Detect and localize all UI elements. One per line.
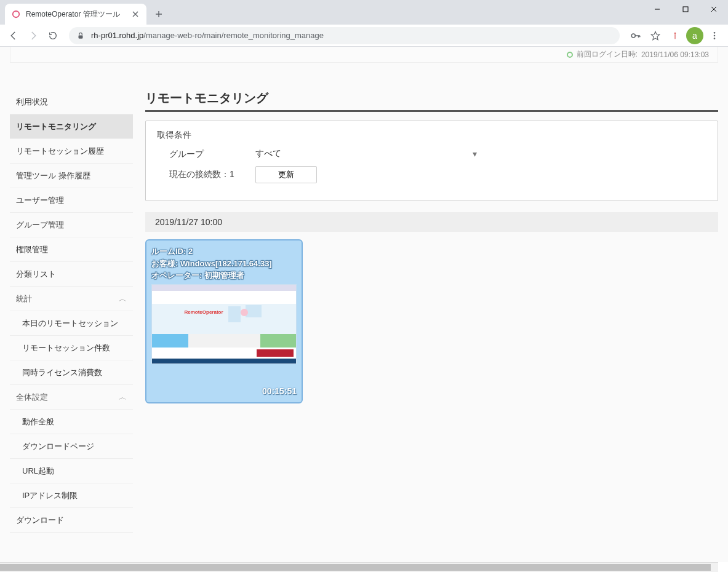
sidebar-item-remote-monitoring[interactable]: リモートモニタリング [10,114,133,139]
caret-down-icon: ▾ [473,149,477,159]
sidebar-item-permission-mgmt[interactable]: 権限管理 [10,237,133,262]
session-thumbnail: RemoteOperator [151,284,297,364]
svg-rect-9 [228,306,241,322]
status-dot-icon [567,52,573,58]
last-login-strip: 前回ログイン日時: 2019/11/06 09:13:03 [10,47,718,63]
sidebar-item-download[interactable]: ダウンロード [10,508,133,533]
group-select[interactable]: すべて ▾ [255,148,477,160]
tab-title: RemoteOperator 管理ツール [26,9,126,20]
session-card[interactable]: ルームID: 2 お客様: Windows[182.171.64.33] オペレ… [145,239,303,403]
session-elapsed: 00:15:51 [151,386,297,396]
session-meta: ルームID: 2 お客様: Windows[182.171.64.33] オペレ… [151,245,297,282]
new-tab-button[interactable] [150,6,167,23]
sidebar-item-admin-log[interactable]: 管理ツール 操作履歴 [10,164,133,188]
browser-tab-strip: RemoteOperator 管理ツール [0,0,728,25]
star-icon[interactable] [647,27,664,44]
page-title: リモートモニタリング [145,90,718,112]
svg-rect-10 [246,305,262,317]
sidebar-item-category-list[interactable]: 分類リスト [10,262,133,287]
room-id: 2 [188,247,193,256]
browser-toolbar: rh-pr01.rohd.jp/manage-web-ro/main/remot… [0,25,728,47]
menu-button[interactable] [706,27,723,44]
extension-icon[interactable] [666,27,684,44]
connections-value: 1 [230,169,234,179]
svg-point-3 [631,34,635,38]
operator-value: 初期管理者 [204,271,244,280]
reload-button[interactable] [44,27,62,44]
sidebar-item-usage[interactable]: 利用状況 [10,90,133,114]
svg-rect-5 [674,34,675,39]
close-window-button[interactable] [700,0,728,18]
customer-value: Windows[182.171.64.33] [180,259,272,268]
minimize-button[interactable] [643,0,671,18]
back-button[interactable] [5,27,22,44]
svg-point-6 [714,32,716,34]
sidebar-item-group-mgmt[interactable]: グループ管理 [10,213,133,237]
browser-tab[interactable]: RemoteOperator 管理ツール [5,4,146,25]
chevron-up-icon: ︿ [119,392,127,403]
sidebar-item-user-mgmt[interactable]: ユーザー管理 [10,188,133,213]
sidebar-section-stats[interactable]: 統計 ︿ [10,287,133,311]
sidebar-item-general[interactable]: 動作全般 [10,410,133,434]
sidebar-item-session-count[interactable]: リモートセッション件数 [10,336,133,360]
sidebar-section-settings[interactable]: 全体設定 ︿ [10,385,133,410]
svg-point-11 [241,309,248,316]
horizontal-scrollbar[interactable] [0,562,718,572]
sidebar-item-today-sessions[interactable]: 本日のリモートセッション [10,311,133,336]
update-button[interactable]: 更新 [255,166,317,183]
lock-icon [76,31,85,40]
svg-rect-2 [79,35,83,38]
url-text: rh-pr01.rohd.jp/manage-web-ro/main/remot… [91,31,324,40]
sidebar-item-session-history[interactable]: リモートセッション履歴 [10,139,133,164]
svg-point-7 [714,34,716,36]
sidebar-item-ip-restrict[interactable]: IPアドレス制限 [10,483,133,508]
tab-close-button[interactable] [130,9,140,19]
address-bar[interactable]: rh-pr01.rohd.jp/manage-web-ro/main/remot… [69,27,620,44]
last-login-value: 2019/11/06 09:13:03 [641,50,709,59]
filter-panel: 取得条件 グループ すべて ▾ 現在の接続数：1 更新 [145,121,718,201]
profile-avatar[interactable]: a [686,27,703,44]
group-label: グループ [157,149,255,160]
sidebar-item-license-usage[interactable]: 同時ライセンス消費数 [10,360,133,385]
snapshot-timestamp: 2019/11/27 10:00 [145,212,718,232]
favicon-icon [11,9,21,19]
maximize-button[interactable] [671,0,700,18]
main-content: リモートモニタリング 取得条件 グループ すべて ▾ 現在の接続数：1 [145,90,718,403]
chevron-up-icon: ︿ [119,293,127,304]
sidebar-item-url-launch[interactable]: URL起動 [10,459,133,483]
sidebar: 利用状況 リモートモニタリング リモートセッション履歴 管理ツール 操作履歴 ユ… [10,90,133,533]
connections-label: 現在の接続数：1 [157,169,255,180]
sidebar-item-download-page[interactable]: ダウンロードページ [10,434,133,459]
window-controls [643,0,728,18]
group-selected-value: すべて [255,148,281,159]
page-viewport[interactable]: 前回ログイン日時: 2019/11/06 09:13:03 利用状況 リモートモ… [0,47,728,562]
last-login-label: 前回ログイン日時: [577,49,638,60]
forward-button[interactable] [25,27,42,44]
key-icon[interactable] [627,27,644,44]
filter-header: 取得条件 [157,130,706,141]
svg-point-8 [714,38,716,39]
svg-rect-1 [683,7,688,12]
svg-point-4 [674,32,676,34]
